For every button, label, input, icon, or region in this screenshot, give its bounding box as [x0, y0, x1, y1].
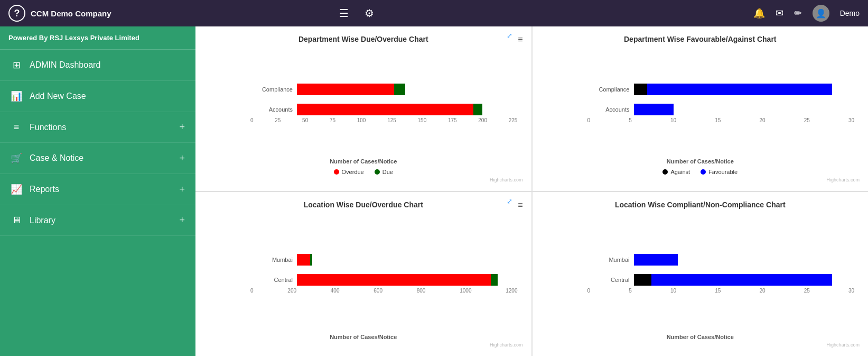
chart2-favourable-label: Favourable	[708, 169, 738, 175]
chart1-compliance-green	[394, 84, 405, 95]
chart1-overdue-label: Overdue	[342, 169, 364, 175]
sidebar-item-admin-dashboard[interactable]: ⊞ ADMIN Dashboard	[0, 50, 195, 81]
user-name: Demo	[840, 9, 860, 17]
chart2-label-compliance: Compliance	[587, 86, 630, 93]
main-layout: Powered By RSJ Lexsys Private Limited ⊞ …	[0, 26, 868, 356]
chart3-bar-mumbai: Mumbai	[250, 254, 518, 266]
chart2-title: Department Wise Favourable/Against Chart	[541, 35, 860, 43]
chart3-central-green	[491, 274, 498, 286]
chart4-central-black	[634, 274, 651, 286]
sidebar-item-add-new-case[interactable]: 📊 Add New Case	[0, 81, 195, 112]
chart-location-compliant: Location Wise Compliant/Non-Compliance C…	[533, 192, 869, 357]
chart3-central-red	[297, 274, 491, 286]
chart-location-due-overdue: Location Wise Due/Overdue Chart ⤢ ≡ Mumb…	[195, 192, 531, 357]
sidebar-label-case-notice: Case & Notice	[30, 153, 172, 163]
sidebar-item-functions[interactable]: ≡ Functions +	[0, 112, 195, 143]
avatar[interactable]: 👤	[813, 5, 829, 22]
sidebar-label-functions: Functions	[30, 123, 172, 132]
chart3-menu-icon[interactable]: ≡	[518, 200, 522, 210]
case-notice-plus-icon[interactable]: +	[179, 153, 185, 164]
chart2-legend-against: Against	[662, 169, 690, 175]
chart2-label-accounts: Accounts	[587, 106, 630, 113]
chart4-area: Mumbai Central	[541, 213, 860, 348]
chart2-bar-compliance: Compliance	[587, 84, 855, 95]
chart2-axis-label: Number of Cases/Notice	[541, 158, 860, 165]
chart1-overdue-dot	[334, 169, 339, 175]
chart1-due-label: Due	[382, 169, 393, 175]
chart4-bar-mumbai-container	[634, 254, 855, 266]
chart1-title: Department Wise Due/Overdue Chart	[204, 35, 523, 43]
cart-icon: 🛒	[11, 152, 22, 164]
chart2-bar-accounts: Accounts	[587, 104, 855, 115]
chart1-due-dot	[375, 169, 380, 175]
chart4-label-mumbai: Mumbai	[587, 257, 630, 263]
chart3-credits: Highcharts.com	[204, 342, 523, 348]
functions-plus-icon[interactable]: +	[179, 122, 185, 133]
top-header: ? CCM Demo Company ☰ ⚙ 🔔 ✉ ✏ 👤 Demo	[0, 0, 868, 26]
chart1-label-accounts: Accounts	[250, 106, 293, 113]
content-area: Department Wise Due/Overdue Chart ⤢ ≡ Co…	[195, 26, 868, 356]
chart2-accounts-blue	[634, 104, 674, 115]
company-logo: ? CCM Demo Company	[8, 5, 111, 22]
chart2-against-label: Against	[670, 169, 690, 175]
grid-icon: ⊞	[11, 59, 22, 71]
chart2-x-axis: 0 5 10 15 20 25 30	[541, 115, 855, 123]
list-icon[interactable]: ☰	[339, 7, 349, 20]
sidebar-powered-by: Powered By RSJ Lexsys Private Limited	[0, 26, 195, 50]
sidebar-item-library[interactable]: 🖥 Library +	[0, 205, 195, 236]
chart1-menu-icon[interactable]: ≡	[518, 35, 522, 44]
sidebar-item-reports[interactable]: 📈 Reports +	[0, 174, 195, 205]
chart1-bar-compliance-container	[297, 84, 518, 95]
chart4-x-axis: 0 5 10 15 20 25 30	[541, 286, 855, 294]
sidebar-label-library: Library	[30, 216, 172, 225]
chart3-expand-icon[interactable]: ⤢	[507, 197, 512, 205]
chart2-credits: Highcharts.com	[541, 177, 860, 182]
sidebar-label-reports: Reports	[30, 185, 172, 194]
chart3-label-central: Central	[250, 277, 293, 283]
chart2-legend: Against Favourable	[541, 169, 860, 175]
reports-plus-icon[interactable]: +	[179, 184, 185, 195]
chart2-favourable-dot	[701, 169, 706, 175]
chart-dept-favourable: Department Wise Favourable/Against Chart…	[533, 26, 869, 191]
chart4-bar-mumbai: Mumbai	[587, 254, 855, 266]
pencil-icon[interactable]: ✏	[794, 7, 802, 19]
chart1-legend: Overdue Due	[204, 169, 523, 175]
chart1-credits: Highcharts.com	[204, 177, 523, 182]
chart1-bar-compliance: Compliance	[250, 84, 518, 95]
chart3-bar-central-container	[297, 274, 518, 286]
logo-icon: ?	[8, 5, 25, 22]
chart1-accounts-green	[473, 104, 482, 115]
chart1-accounts-red	[297, 104, 473, 115]
sidebar-item-case-notice[interactable]: 🛒 Case & Notice +	[0, 143, 195, 174]
chart1-compliance-red	[297, 84, 394, 95]
library-plus-icon[interactable]: +	[179, 215, 185, 226]
chart4-title: Location Wise Compliant/Non-Compliance C…	[541, 200, 860, 209]
chart2-against-dot	[662, 169, 668, 175]
chart2-area: Compliance Accounts	[541, 48, 860, 182]
list-menu-icon: ≡	[11, 122, 22, 133]
header-center-icons: ☰ ⚙	[339, 7, 374, 20]
chart4-mumbai-blue	[634, 254, 678, 266]
chart1-expand-icon[interactable]: ⤢	[507, 32, 512, 40]
bell-icon[interactable]: 🔔	[753, 7, 765, 19]
chart2-compliance-black	[634, 84, 647, 95]
chart4-central-blue	[651, 274, 832, 286]
chart4-axis-label: Number of Cases/Notice	[541, 334, 860, 340]
chart4-bar-central: Central	[587, 274, 855, 286]
mail-icon[interactable]: ✉	[776, 7, 783, 19]
chart3-mumbai-red	[297, 254, 310, 266]
chart3-x-axis: 0 200 400 600 800 1000 1200	[204, 286, 518, 294]
chart1-area: Compliance Accounts	[204, 48, 523, 182]
chart-dept-due-overdue: Department Wise Due/Overdue Chart ⤢ ≡ Co…	[195, 26, 531, 191]
chart2-bar-compliance-container	[634, 84, 855, 95]
chart1-bar-accounts: Accounts	[250, 104, 518, 115]
chart1-axis-label: Number of Cases/Notice	[204, 158, 523, 165]
chart3-axis-label: Number of Cases/Notice	[204, 334, 523, 340]
chart3-mumbai-green	[310, 254, 312, 266]
reports-bar-icon: 📈	[11, 184, 22, 195]
chart4-credits: Highcharts.com	[541, 342, 860, 348]
gear-icon[interactable]: ⚙	[365, 7, 374, 20]
sidebar-label-add-case: Add New Case	[30, 92, 185, 101]
chart1-label-compliance: Compliance	[250, 86, 293, 93]
sidebar-label-admin: ADMIN Dashboard	[30, 60, 185, 70]
